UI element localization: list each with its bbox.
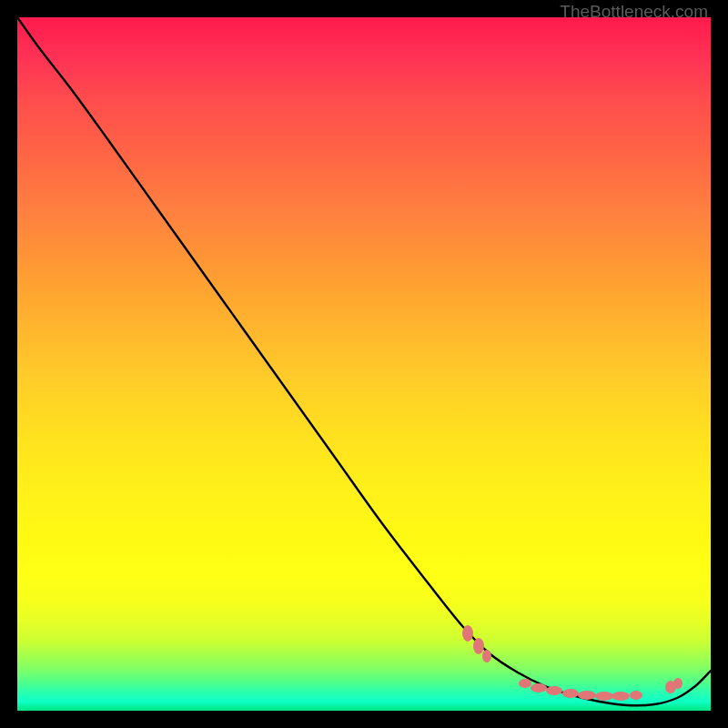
data-point xyxy=(546,686,562,695)
watermark-text: TheBottleneck.com xyxy=(560,2,708,22)
bottleneck-curve xyxy=(17,17,711,705)
data-point xyxy=(595,692,613,701)
data-point xyxy=(462,625,473,642)
data-point xyxy=(630,691,642,700)
data-point xyxy=(562,689,579,698)
data-point xyxy=(473,638,484,654)
plot-area xyxy=(17,17,711,711)
data-point xyxy=(482,650,491,662)
data-point-markers xyxy=(462,625,682,701)
chart-container: TheBottleneck.com xyxy=(0,0,728,728)
data-point xyxy=(519,679,531,688)
data-point xyxy=(578,691,596,700)
chart-svg xyxy=(17,17,711,711)
data-point xyxy=(612,692,630,701)
data-point xyxy=(531,683,547,693)
data-point xyxy=(673,678,682,689)
